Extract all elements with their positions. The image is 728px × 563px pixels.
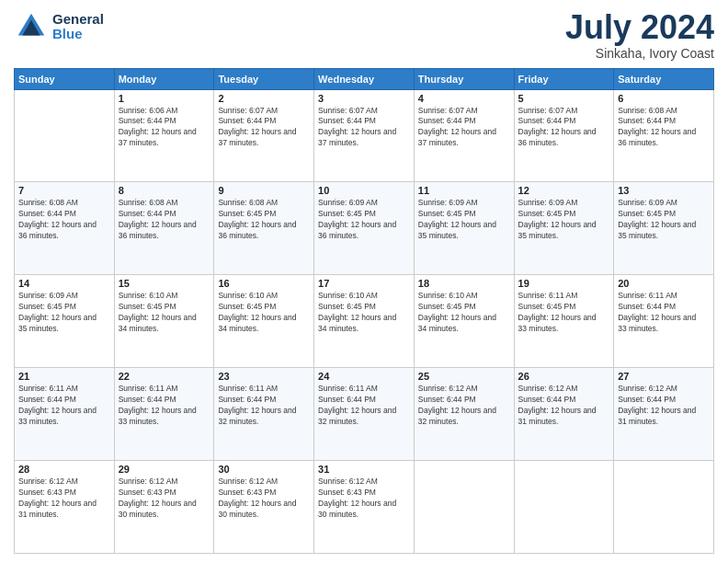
day-info: Sunrise: 6:08 AMSunset: 6:45 PMDaylight:… — [218, 198, 310, 242]
day-number: 25 — [418, 371, 510, 382]
day-number: 20 — [618, 278, 710, 289]
day-cell — [414, 461, 514, 554]
day-number: 28 — [18, 464, 110, 475]
day-cell: 25 Sunrise: 6:12 AMSunset: 6:44 PMDaylig… — [414, 368, 514, 461]
day-cell: 19 Sunrise: 6:11 AMSunset: 6:45 PMDaylig… — [514, 275, 614, 368]
day-number: 4 — [418, 93, 510, 104]
header: General Blue July 2024 Sinkaha, Ivory Co… — [14, 9, 714, 61]
day-cell: 14 Sunrise: 6:09 AMSunset: 6:45 PMDaylig… — [15, 275, 115, 368]
day-info: Sunrise: 6:12 AMSunset: 6:44 PMDaylight:… — [618, 384, 710, 428]
day-info: Sunrise: 6:10 AMSunset: 6:45 PMDaylight:… — [218, 291, 310, 335]
day-cell: 23 Sunrise: 6:11 AMSunset: 6:44 PMDaylig… — [214, 368, 314, 461]
day-number: 23 — [218, 371, 310, 382]
day-info: Sunrise: 6:11 AMSunset: 6:44 PMDaylight:… — [119, 384, 210, 428]
day-info: Sunrise: 6:10 AMSunset: 6:45 PMDaylight:… — [318, 291, 410, 335]
day-number: 5 — [518, 93, 610, 104]
day-cell: 20 Sunrise: 6:11 AMSunset: 6:44 PMDaylig… — [614, 275, 714, 368]
col-wednesday: Wednesday — [314, 68, 415, 89]
week-row-4: 21 Sunrise: 6:11 AMSunset: 6:44 PMDaylig… — [15, 368, 714, 461]
day-cell: 1 Sunrise: 6:06 AMSunset: 6:44 PMDayligh… — [114, 89, 214, 182]
logo: General Blue — [14, 9, 104, 44]
week-row-5: 28 Sunrise: 6:12 AMSunset: 6:43 PMDaylig… — [15, 461, 714, 554]
day-number: 7 — [18, 185, 110, 196]
col-thursday: Thursday — [414, 68, 514, 89]
day-cell — [15, 89, 115, 182]
day-number: 2 — [218, 93, 310, 104]
day-info: Sunrise: 6:08 AMSunset: 6:44 PMDaylight:… — [618, 106, 710, 150]
day-info: Sunrise: 6:09 AMSunset: 6:45 PMDaylight:… — [318, 198, 410, 242]
calendar-header-row: Sunday Monday Tuesday Wednesday Thursday… — [15, 68, 714, 89]
day-cell: 18 Sunrise: 6:10 AMSunset: 6:45 PMDaylig… — [414, 275, 514, 368]
day-cell: 31 Sunrise: 6:12 AMSunset: 6:43 PMDaylig… — [314, 461, 415, 554]
day-cell — [614, 461, 714, 554]
col-tuesday: Tuesday — [214, 68, 314, 89]
logo-line2: Blue — [52, 27, 104, 42]
day-info: Sunrise: 6:10 AMSunset: 6:45 PMDaylight:… — [119, 291, 210, 335]
day-number: 27 — [618, 371, 710, 382]
day-number: 17 — [318, 278, 410, 289]
day-number: 14 — [18, 278, 110, 289]
day-cell: 22 Sunrise: 6:11 AMSunset: 6:44 PMDaylig… — [114, 368, 214, 461]
location: Sinkaha, Ivory Coast — [565, 46, 714, 61]
day-number: 8 — [119, 185, 210, 196]
day-info: Sunrise: 6:09 AMSunset: 6:45 PMDaylight:… — [18, 291, 110, 335]
day-number: 22 — [119, 371, 210, 382]
day-info: Sunrise: 6:08 AMSunset: 6:44 PMDaylight:… — [119, 198, 210, 242]
day-info: Sunrise: 6:08 AMSunset: 6:44 PMDaylight:… — [18, 198, 110, 242]
week-row-2: 7 Sunrise: 6:08 AMSunset: 6:44 PMDayligh… — [15, 182, 714, 275]
day-info: Sunrise: 6:12 AMSunset: 6:44 PMDaylight:… — [518, 384, 610, 428]
day-cell: 5 Sunrise: 6:07 AMSunset: 6:44 PMDayligh… — [514, 89, 614, 182]
day-info: Sunrise: 6:11 AMSunset: 6:44 PMDaylight:… — [18, 384, 110, 428]
day-info: Sunrise: 6:11 AMSunset: 6:44 PMDaylight:… — [618, 291, 710, 335]
day-cell: 11 Sunrise: 6:09 AMSunset: 6:45 PMDaylig… — [414, 182, 514, 275]
col-sunday: Sunday — [15, 68, 115, 89]
day-cell: 13 Sunrise: 6:09 AMSunset: 6:45 PMDaylig… — [614, 182, 714, 275]
day-cell: 29 Sunrise: 6:12 AMSunset: 6:43 PMDaylig… — [114, 461, 214, 554]
day-number: 18 — [418, 278, 510, 289]
day-number: 29 — [119, 464, 210, 475]
day-number: 3 — [318, 93, 410, 104]
day-cell: 6 Sunrise: 6:08 AMSunset: 6:44 PMDayligh… — [614, 89, 714, 182]
day-info: Sunrise: 6:11 AMSunset: 6:44 PMDaylight:… — [218, 384, 310, 428]
day-info: Sunrise: 6:09 AMSunset: 6:45 PMDaylight:… — [518, 198, 610, 242]
month-year: July 2024 — [565, 9, 714, 46]
day-info: Sunrise: 6:12 AMSunset: 6:43 PMDaylight:… — [318, 477, 410, 521]
day-number: 11 — [418, 185, 510, 196]
col-saturday: Saturday — [614, 68, 714, 89]
day-cell — [514, 461, 614, 554]
day-info: Sunrise: 6:07 AMSunset: 6:44 PMDaylight:… — [318, 106, 410, 150]
day-cell: 4 Sunrise: 6:07 AMSunset: 6:44 PMDayligh… — [414, 89, 514, 182]
day-info: Sunrise: 6:12 AMSunset: 6:43 PMDaylight:… — [119, 477, 210, 521]
day-info: Sunrise: 6:07 AMSunset: 6:44 PMDaylight:… — [518, 106, 610, 150]
day-cell: 16 Sunrise: 6:10 AMSunset: 6:45 PMDaylig… — [214, 275, 314, 368]
day-number: 10 — [318, 185, 410, 196]
day-number: 30 — [218, 464, 310, 475]
calendar-table: Sunday Monday Tuesday Wednesday Thursday… — [14, 68, 714, 554]
day-cell: 17 Sunrise: 6:10 AMSunset: 6:45 PMDaylig… — [314, 275, 415, 368]
day-number: 13 — [618, 185, 710, 196]
day-number: 15 — [119, 278, 210, 289]
day-number: 24 — [318, 371, 410, 382]
day-cell: 21 Sunrise: 6:11 AMSunset: 6:44 PMDaylig… — [15, 368, 115, 461]
day-number: 21 — [18, 371, 110, 382]
day-cell: 28 Sunrise: 6:12 AMSunset: 6:43 PMDaylig… — [15, 461, 115, 554]
day-cell: 30 Sunrise: 6:12 AMSunset: 6:43 PMDaylig… — [214, 461, 314, 554]
day-cell: 7 Sunrise: 6:08 AMSunset: 6:44 PMDayligh… — [15, 182, 115, 275]
day-info: Sunrise: 6:12 AMSunset: 6:43 PMDaylight:… — [218, 477, 310, 521]
day-info: Sunrise: 6:07 AMSunset: 6:44 PMDaylight:… — [218, 106, 310, 150]
day-cell: 24 Sunrise: 6:11 AMSunset: 6:44 PMDaylig… — [314, 368, 415, 461]
day-cell: 2 Sunrise: 6:07 AMSunset: 6:44 PMDayligh… — [214, 89, 314, 182]
day-number: 31 — [318, 464, 410, 475]
day-cell: 27 Sunrise: 6:12 AMSunset: 6:44 PMDaylig… — [614, 368, 714, 461]
day-cell: 26 Sunrise: 6:12 AMSunset: 6:44 PMDaylig… — [514, 368, 614, 461]
day-info: Sunrise: 6:11 AMSunset: 6:44 PMDaylight:… — [318, 384, 410, 428]
day-info: Sunrise: 6:06 AMSunset: 6:44 PMDaylight:… — [119, 106, 210, 150]
day-number: 16 — [218, 278, 310, 289]
day-number: 12 — [518, 185, 610, 196]
day-info: Sunrise: 6:12 AMSunset: 6:43 PMDaylight:… — [18, 477, 110, 521]
col-friday: Friday — [514, 68, 614, 89]
day-number: 26 — [518, 371, 610, 382]
day-cell: 3 Sunrise: 6:07 AMSunset: 6:44 PMDayligh… — [314, 89, 415, 182]
week-row-1: 1 Sunrise: 6:06 AMSunset: 6:44 PMDayligh… — [15, 89, 714, 182]
day-cell: 12 Sunrise: 6:09 AMSunset: 6:45 PMDaylig… — [514, 182, 614, 275]
